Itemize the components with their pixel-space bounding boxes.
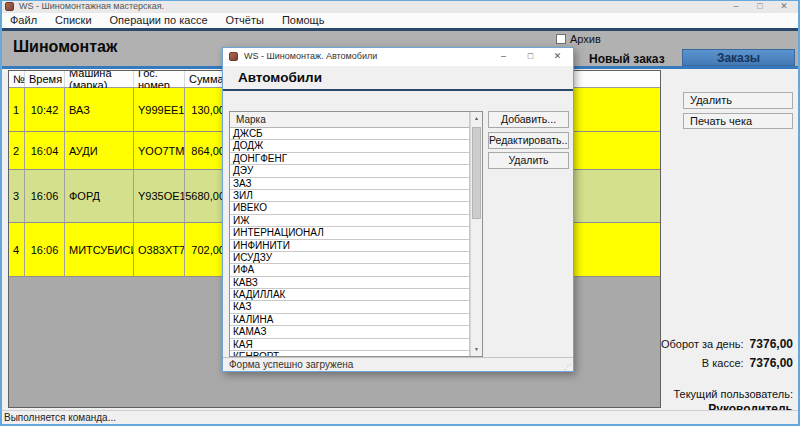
scroll-thumb[interactable] bbox=[472, 127, 481, 219]
archive-label: Архив bbox=[570, 33, 601, 45]
checkbox-icon[interactable] bbox=[556, 34, 566, 44]
list-item[interactable]: ДОНГФЕНГ bbox=[230, 153, 469, 165]
menubar: Файл Списки Операции по кассе Отчёты Пом… bbox=[0, 13, 800, 28]
dialog-status-text: Форма успешно загружена bbox=[229, 359, 353, 370]
col-header-time: Время bbox=[25, 71, 65, 87]
turnover-label: Оборот за день: bbox=[661, 338, 744, 350]
list-item[interactable]: ИФА bbox=[230, 264, 469, 276]
close-icon[interactable]: ✕ bbox=[772, 0, 796, 13]
row-time: 16:06 bbox=[25, 223, 65, 277]
print-receipt-button[interactable]: Печать чека bbox=[683, 113, 793, 130]
row-num: 3 bbox=[9, 170, 25, 223]
row-plate: O383XT74 bbox=[134, 223, 185, 277]
list-item[interactable]: ЗАЗ bbox=[230, 178, 469, 190]
main-status-bar: Выполняется команда... bbox=[0, 410, 800, 424]
delete-order-button[interactable]: Удалить bbox=[683, 92, 793, 109]
dialog-title: WS - Шиномонтаж. Автомобили bbox=[244, 51, 377, 61]
list-item[interactable]: КАВЗ bbox=[230, 277, 469, 289]
cash-line: В кассе:7376,00 bbox=[661, 356, 793, 370]
menu-file[interactable]: Файл bbox=[1, 13, 46, 28]
maximize-icon[interactable]: □ bbox=[748, 0, 772, 13]
stats-panel: Оборот за день:7376,00 В кассе:7376,00 Т… bbox=[661, 337, 793, 416]
menu-cash-operations[interactable]: Операции по кассе bbox=[101, 13, 217, 28]
edit-brand-button[interactable]: Редактировать... bbox=[488, 132, 569, 149]
page-title: Шиномонтаж bbox=[13, 38, 117, 56]
turnover-line: Оборот за день:7376,00 bbox=[661, 337, 793, 351]
maximize-icon[interactable]: □ bbox=[517, 48, 544, 66]
list-item[interactable]: КАМАЗ bbox=[230, 326, 469, 338]
list-item[interactable]: КАДИЛЛАК bbox=[230, 289, 469, 301]
row-brand: АУДИ bbox=[65, 132, 134, 170]
list-item[interactable]: КАЛИНА bbox=[230, 314, 469, 326]
list-item[interactable]: ИНФИНИТИ bbox=[230, 240, 469, 252]
row-plate: Y999EE174 bbox=[134, 88, 185, 132]
dialog-titlebar: WS - Шиномонтаж. Автомобили – □ ✕ bbox=[223, 48, 573, 66]
turnover-value: 7376,00 bbox=[750, 337, 793, 351]
list-item[interactable]: ИЖ bbox=[230, 215, 469, 227]
row-time: 10:42 bbox=[25, 88, 65, 132]
app-icon bbox=[229, 52, 238, 61]
row-plate: Y935OE174 bbox=[134, 170, 185, 223]
list-item[interactable]: ИВЕКО bbox=[230, 202, 469, 214]
delete-brand-button[interactable]: Удалить bbox=[488, 152, 569, 169]
menu-reports[interactable]: Отчёты bbox=[217, 13, 273, 28]
menu-lists[interactable]: Списки bbox=[46, 13, 101, 28]
close-icon[interactable]: ✕ bbox=[544, 48, 571, 66]
app-icon bbox=[5, 2, 14, 11]
list-item[interactable]: ИСУДЗУ bbox=[230, 252, 469, 264]
scroll-down-icon[interactable]: ▼ bbox=[471, 343, 482, 356]
cash-value: 7376,00 bbox=[750, 356, 793, 370]
resize-grip-icon[interactable]: ⋰ bbox=[564, 363, 571, 370]
dialog-status-bar: Форма успешно загружена ⋰ bbox=[223, 357, 573, 371]
col-header-brand: Машина (марка) bbox=[65, 71, 134, 87]
row-brand: ВАЗ bbox=[65, 88, 134, 132]
row-plate: YOO7TM174 bbox=[134, 132, 185, 170]
list-item[interactable]: ЗИЛ bbox=[230, 190, 469, 202]
row-num: 1 bbox=[9, 88, 25, 132]
list-item[interactable]: ДОДЖ bbox=[230, 140, 469, 152]
list-item[interactable]: КАЯ bbox=[230, 339, 469, 351]
add-brand-button[interactable]: Добавить... bbox=[488, 111, 569, 128]
list-item[interactable]: ДЖСБ bbox=[230, 128, 469, 140]
row-num: 4 bbox=[9, 223, 25, 277]
current-user-label: Текущий пользователь: bbox=[661, 388, 793, 400]
minimize-icon[interactable]: – bbox=[490, 48, 517, 66]
scroll-up-icon[interactable]: ▲ bbox=[471, 112, 482, 125]
list-item[interactable]: КАЗ bbox=[230, 301, 469, 313]
col-header-plate: Гос. номер bbox=[134, 71, 185, 87]
cash-label: В кассе: bbox=[702, 357, 744, 369]
row-time: 16:04 bbox=[25, 132, 65, 170]
minimize-icon[interactable]: – bbox=[724, 0, 748, 13]
row-time: 16:06 bbox=[25, 170, 65, 223]
dialog-heading: Автомобили bbox=[238, 70, 322, 85]
dialog-header: Автомобили bbox=[223, 66, 573, 91]
cars-dialog: WS - Шиномонтаж. Автомобили – □ ✕ Автомо… bbox=[222, 47, 574, 372]
orders-button[interactable]: Заказы bbox=[682, 49, 795, 67]
menu-help[interactable]: Помощь bbox=[273, 13, 334, 28]
list-column-header[interactable]: Марка bbox=[230, 112, 469, 128]
list-item[interactable]: ДЭУ bbox=[230, 165, 469, 177]
new-order-tab[interactable]: Новый заказ bbox=[589, 52, 665, 66]
row-num: 2 bbox=[9, 132, 25, 170]
list-item[interactable]: ИНТЕРНАЦИОНАЛ bbox=[230, 227, 469, 239]
col-header-num: № bbox=[9, 71, 25, 87]
row-brand: МИТСУБИСИ bbox=[65, 223, 134, 277]
row-brand: ФОРД bbox=[65, 170, 134, 223]
archive-checkbox[interactable]: Архив bbox=[556, 33, 601, 45]
main-titlebar: WS - Шиномонтажная мастерская. – □ ✕ bbox=[0, 0, 800, 13]
scrollbar[interactable]: ▲ ▼ bbox=[470, 112, 482, 356]
brands-list[interactable]: Марка ДЖСБ ДОДЖ ДОНГФЕНГ ДЭУ ЗАЗ ЗИЛ ИВЕ… bbox=[229, 111, 483, 357]
window-title: WS - Шиномонтажная мастерская. bbox=[19, 1, 164, 11]
